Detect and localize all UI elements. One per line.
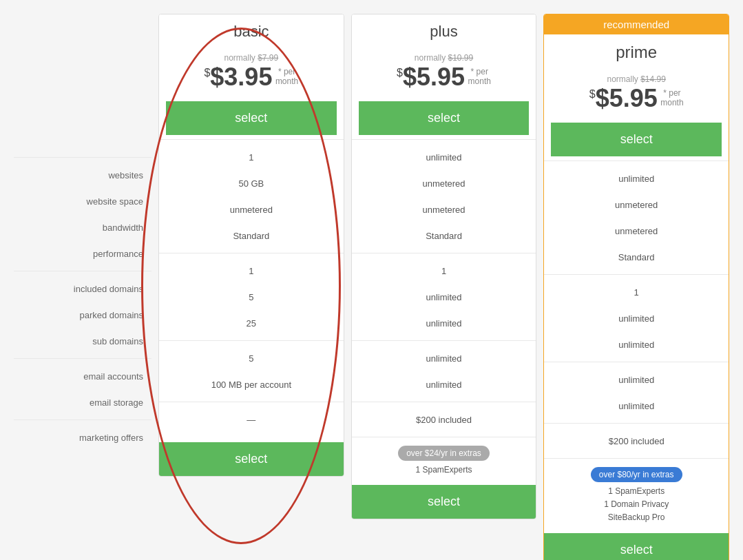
plan-prime-domains: 1 unlimited unlimited [544, 274, 729, 362]
plan-plus-email: unlimited unlimited [352, 340, 536, 402]
plan-plus-features-1: unlimited unmetered unmetered Standard [352, 139, 536, 253]
plan-plus-websites: unlimited [352, 144, 536, 170]
plan-plus-select-bottom[interactable]: select [352, 485, 536, 519]
plan-plus-domains: 1 unlimited unlimited [352, 253, 536, 340]
plan-basic-websites: 1 [159, 144, 344, 170]
plan-basic: basic normally $7.99 $$3.95 * permonth s… [158, 14, 344, 477]
plan-plus-normally: normally $10.99 [363, 53, 525, 63]
plan-prime-name: prime [551, 43, 722, 62]
feature-label: parked domains [14, 302, 151, 328]
plan-plus-select-top[interactable]: select [359, 101, 530, 135]
plan-basic-per-month: * permonth [275, 67, 298, 86]
plan-plus: plus normally $10.99 $$5.95 * permonth s… [351, 14, 537, 519]
feature-label: marketing offers [14, 424, 151, 450]
plan-prime-spam-experts: 1 SpamExperts [551, 485, 722, 498]
plan-prime-extras-badge: over $80/yr in extras [591, 467, 682, 482]
plan-prime-price-area: normally $14.99 $$5.95 * permonth [551, 68, 722, 123]
plan-basic-email-accounts: 5 [159, 345, 344, 371]
plan-plus-sub-domains: unlimited [352, 310, 536, 336]
plan-plus-space: unmetered [352, 170, 536, 196]
plan-prime-normally: normally $14.99 [555, 74, 718, 84]
plan-plus-extras: over $24/yr in extras 1 SpamExperts [352, 437, 536, 482]
plan-basic-email: 5 100 MB per account [159, 340, 344, 402]
plan-prime-extras: over $80/yr in extras 1 SpamExperts 1 Do… [544, 458, 729, 530]
plan-plus-email-storage: unlimited [352, 371, 536, 397]
plan-prime-features-1: unlimited unmetered unmetered Standard [544, 160, 729, 274]
plan-plus-performance: Standard [352, 222, 536, 249]
features-column: websites website space bandwidth perform… [14, 14, 151, 455]
feature-label: included domains [14, 276, 151, 302]
plan-prime-parked-domains: unlimited [544, 305, 729, 331]
plan-prime-space: unmetered [544, 191, 729, 218]
plan-prime-email: unlimited unlimited [544, 362, 729, 423]
feature-label: websites [14, 162, 151, 188]
feature-group-2: included domains parked domains sub doma… [14, 271, 151, 358]
plan-plus-included-domains: 1 [352, 258, 536, 284]
plan-basic-marketing: — [159, 402, 344, 437]
plan-prime-select-bottom[interactable]: select [544, 533, 729, 560]
plan-basic-features-1: 1 50 GB unmetered Standard [159, 139, 344, 253]
feature-label: bandwidth [14, 214, 151, 240]
plan-plus-bandwidth: unmetered [352, 196, 536, 222]
plan-basic-sub-domains: 25 [159, 310, 344, 336]
plan-basic-select-top[interactable]: select [166, 101, 337, 135]
plan-plus-header: plus normally $10.99 $$5.95 * permonth s… [352, 14, 536, 139]
plan-basic-included-domains: 1 [159, 258, 344, 284]
feature-label: sub domains [14, 328, 151, 354]
plan-plus-per-month: * permonth [468, 67, 491, 86]
plan-prime-marketing-offers: $200 included [544, 428, 729, 454]
feature-label: email accounts [14, 363, 151, 389]
feature-group-1: websites website space bandwidth perform… [14, 157, 151, 271]
plan-prime-site-backup: SiteBackup Pro [551, 511, 722, 524]
plan-plus-marketing: $200 included [352, 402, 536, 437]
plan-basic-normally: normally $7.99 [170, 53, 333, 63]
feature-group-3: email accounts email storage [14, 358, 151, 419]
plan-plus-price: $$5.95 [397, 63, 465, 91]
plan-plus-parked-domains: unlimited [352, 284, 536, 310]
plan-prime-email-storage: unlimited [544, 393, 729, 419]
recommended-badge: recommended [544, 14, 729, 34]
plan-prime-header: prime normally $14.99 $$5.95 * permonth … [544, 34, 729, 160]
plan-basic-header: basic normally $7.99 $$3.95 * permonth s… [159, 14, 344, 139]
plan-prime: recommended prime normally $14.99 $$5.95… [543, 14, 729, 560]
plan-plus-name: plus [359, 23, 530, 41]
feature-label: email storage [14, 389, 151, 415]
plan-prime-sub-domains: unlimited [544, 331, 729, 357]
plan-prime-marketing: $200 included [544, 423, 729, 458]
plan-prime-per-month: * permonth [660, 88, 683, 107]
plan-prime-select-top[interactable]: select [551, 123, 722, 156]
plan-basic-price: $$3.95 [204, 63, 272, 91]
plan-prime-email-accounts: unlimited [544, 366, 729, 393]
plan-plus-marketing-offers: $200 included [352, 406, 536, 433]
plan-basic-price-area: normally $7.99 $$3.95 * permonth [166, 46, 337, 101]
plan-basic-domains: 1 5 25 [159, 253, 344, 340]
plan-prime-price: $$5.95 [589, 84, 658, 112]
feature-label: website space [14, 188, 151, 214]
plan-basic-select-bottom[interactable]: select [159, 442, 344, 476]
pricing-container: websites website space bandwidth perform… [14, 14, 729, 560]
plan-plus-extras-badge: over $24/yr in extras [398, 446, 490, 461]
plan-plus-spam-experts: 1 SpamExperts [359, 464, 530, 477]
plan-basic-performance: Standard [159, 222, 344, 249]
plan-basic-email-storage: 100 MB per account [159, 371, 344, 397]
plan-basic-parked-domains: 5 [159, 284, 344, 310]
plan-basic-space: 50 GB [159, 170, 344, 196]
feature-label: performance [14, 240, 151, 267]
plan-basic-marketing-offers: — [159, 406, 344, 433]
plan-prime-domain-privacy: 1 Domain Privacy [551, 498, 722, 511]
plan-prime-performance: Standard [544, 244, 729, 270]
plan-basic-bandwidth: unmetered [159, 196, 344, 222]
plan-plus-email-accounts: unlimited [352, 345, 536, 371]
plan-plus-price-area: normally $10.99 $$5.95 * permonth [359, 46, 530, 101]
plan-prime-included-domains: 1 [544, 279, 729, 305]
plan-basic-name: basic [166, 23, 337, 41]
plan-prime-websites: unlimited [544, 165, 729, 191]
plan-prime-bandwidth: unmetered [544, 218, 729, 244]
feature-group-4: marketing offers [14, 419, 151, 455]
